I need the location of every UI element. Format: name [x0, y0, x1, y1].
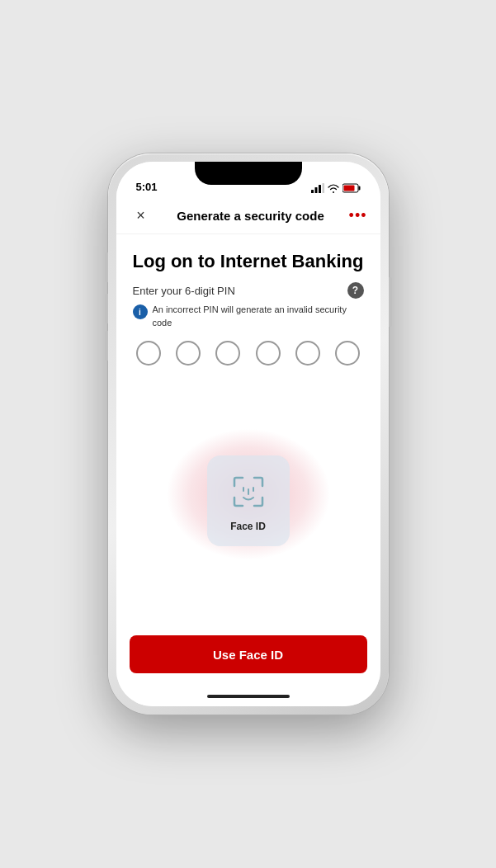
- pin-dot-2: [176, 341, 201, 366]
- svg-rect-1: [314, 187, 317, 193]
- pin-dots: [133, 341, 364, 366]
- info-box: i An incorrect PIN will generate an inva…: [133, 304, 364, 329]
- face-id-area: Face ID: [133, 382, 364, 619]
- bottom-area: Use Face ID: [116, 627, 380, 686]
- close-button[interactable]: ×: [130, 205, 153, 228]
- status-bar: 5:01: [116, 162, 380, 198]
- info-icon: i: [133, 304, 148, 319]
- pin-label: Enter your 6-digit PIN: [133, 285, 235, 297]
- pin-dot-6: [335, 341, 360, 366]
- help-icon[interactable]: ?: [347, 282, 364, 299]
- phone-screen: 5:01: [116, 162, 380, 706]
- page-title: Log on to Internet Banking: [133, 251, 364, 272]
- nav-title: Generate a security code: [177, 209, 324, 223]
- main-content: Log on to Internet Banking Enter your 6-…: [116, 234, 380, 627]
- svg-rect-3: [322, 183, 324, 193]
- signal-icon: [311, 183, 324, 193]
- pin-dot-5: [295, 341, 320, 366]
- svg-rect-0: [311, 190, 314, 193]
- face-id-card[interactable]: Face ID: [207, 455, 290, 546]
- status-icons: [311, 183, 361, 193]
- phone-frame: 5:01: [108, 153, 389, 715]
- more-button[interactable]: •••: [349, 207, 367, 224]
- svg-rect-2: [319, 185, 321, 193]
- svg-rect-6: [343, 186, 354, 191]
- wifi-icon: [328, 184, 339, 193]
- home-bar: [207, 695, 290, 698]
- battery-icon: [342, 183, 361, 193]
- nav-bar: × Generate a security code •••: [116, 198, 380, 234]
- svg-rect-5: [358, 186, 360, 191]
- status-time: 5:01: [136, 181, 158, 193]
- use-face-id-button[interactable]: Use Face ID: [130, 635, 367, 673]
- face-id-label: Face ID: [230, 521, 266, 532]
- pin-dot-4: [256, 341, 281, 366]
- notch: [195, 162, 302, 185]
- face-id-icon: [226, 469, 271, 514]
- pin-label-row: Enter your 6-digit PIN ?: [133, 282, 364, 299]
- pin-dot-1: [136, 341, 161, 366]
- pin-dot-3: [215, 341, 240, 366]
- face-id-svg: [228, 471, 269, 512]
- home-indicator: [116, 686, 380, 706]
- info-text: An incorrect PIN will generate an invali…: [153, 304, 364, 329]
